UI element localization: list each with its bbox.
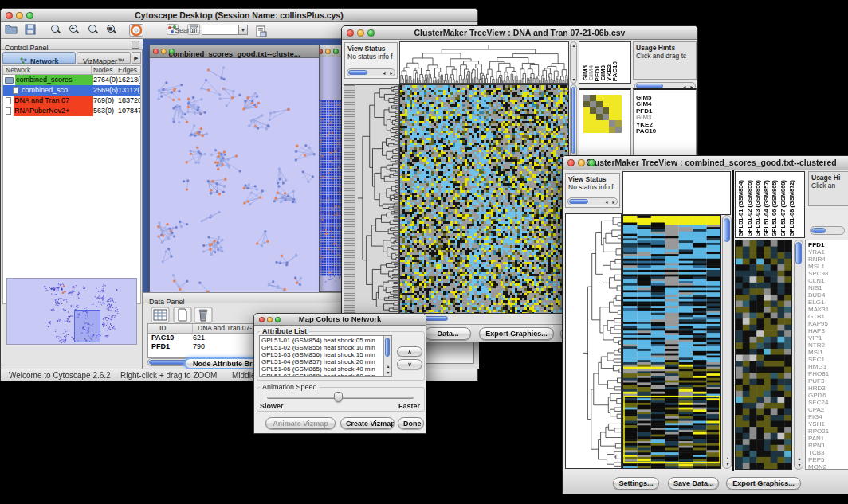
matrix-cell[interactable] [603,114,609,120]
scroll-down-arrow[interactable]: ▾ [724,461,731,467]
overview-viewport-rect[interactable] [74,310,100,342]
network-view-canvas[interactable] [150,58,319,292]
network-table-row[interactable]: combined_scores2764(0)16218(0) [3,75,140,85]
tab-overflow-button[interactable]: ▶ [132,52,141,64]
gene-list-item[interactable]: HMG1 [808,363,848,370]
matrix-cell[interactable] [590,127,596,133]
tv2-vscrollbar[interactable]: ▴ ▾ [722,215,732,469]
matrix-cell[interactable] [596,95,603,101]
network-table-row[interactable]: combined_sco2569(6)13112(15) [3,85,140,96]
column-label[interactable]: GPL51-07 (GSM868) [779,180,788,236]
column-label[interactable]: GPL51-02 (GSM855) [746,180,755,236]
tv2-status-hscrollbar[interactable]: ◂ ▸ [567,197,618,205]
heatmap-canvas[interactable] [623,216,720,468]
matrix-cell[interactable] [615,107,622,114]
scroll-right-arrow[interactable]: ▸ [610,199,617,205]
gene-list-item[interactable]: VIP1 [808,334,848,342]
column-label[interactable]: GPL51-04 (GSM857) [763,180,771,236]
matrix-cell[interactable] [609,101,615,107]
gene-list-item[interactable]: PAC10 [636,128,696,135]
matrix-cell[interactable] [609,107,615,114]
zoom-button[interactable] [275,317,281,322]
gene-list-item[interactable]: HRD3 [808,385,848,392]
zoom-in-icon[interactable]: + [69,24,79,34]
heatmap-canvas[interactable] [400,85,568,313]
tv2-mini-vscrollbar[interactable]: ▴ ▾ [794,240,803,470]
scroll-left-arrow[interactable]: ◂ [381,70,387,76]
matrix-cell[interactable] [583,101,590,107]
matrix-cell[interactable] [603,101,609,107]
network-table-row[interactable]: RNAPuberNov2+563(0)107847(0) [3,106,140,116]
tv1-titlebar[interactable]: ClusterMaker TreeView : DNA and Tran 07-… [342,26,697,40]
gene-list-item[interactable]: FIG4 [808,413,848,420]
zoom-button[interactable] [588,159,595,166]
gene-list-item[interactable]: YRA1 [808,248,848,256]
matrix-cell[interactable] [615,127,622,133]
matrix-cell[interactable] [596,101,603,107]
zoom-one-to-one-icon[interactable] [88,24,98,34]
attribute-list-item[interactable]: GPL51-01 (GSM854) heat shock 05 min [260,337,391,344]
animate-vizmap-button[interactable]: Animate Vizmap [265,417,336,429]
export-graphics-button[interactable]: Export Graphics... [726,477,801,490]
export-graphics-button[interactable]: Export Graphics... [479,327,554,340]
matrix-cell[interactable] [603,120,609,127]
col-header-edges[interactable]: Edges [116,66,140,74]
tab-network[interactable]: Network [2,52,76,64]
scroll-up-arrow[interactable]: ▴ [385,363,391,369]
attribute-list-item[interactable]: GPL51-07 (GSM868) heat shock 60 min [260,373,391,377]
move-up-button[interactable]: ∧ [397,346,422,357]
network-table-row[interactable]: DNA and Tran 07769(0)183728(0) [3,96,140,106]
scroll-thumb[interactable] [385,338,390,357]
attribute-list-item[interactable]: GPL51-06 (GSM865) heat shock 40 min [260,365,391,373]
zoom-out-icon[interactable]: - [50,24,61,34]
minimize-button[interactable] [578,159,585,166]
done-button[interactable]: Done [398,417,424,429]
column-label[interactable]: GPL51-01 (GSM854) [737,180,746,236]
matrix-cell[interactable] [603,95,609,101]
matrix-cell[interactable] [583,120,590,127]
close-button[interactable] [153,49,159,54]
zoom-button[interactable] [367,29,375,37]
minimize-button[interactable] [325,49,331,54]
gene-list-item[interactable]: CPA2 [808,406,848,413]
tv2-usage-hscrollbar[interactable] [810,226,845,235]
matrix-cell[interactable] [609,95,615,101]
main-titlebar[interactable]: Cytoscape Desktop (Session Name: collins… [1,9,477,22]
gene-list-item[interactable]: RNR4 [808,256,848,263]
matrix-cell[interactable] [615,114,622,120]
matrix-cell[interactable] [590,120,596,127]
gene-list-item[interactable]: GTB1 [808,313,848,320]
gene-list-item[interactable]: MSI1 [808,349,848,356]
scroll-thumb[interactable] [795,242,802,264]
column-dendrogram-canvas[interactable] [400,42,568,83]
zoom-button[interactable] [333,49,339,54]
zoom-button[interactable] [26,12,33,19]
attr-col-id[interactable]: ID [148,324,193,333]
gene-list-item[interactable]: ELG1 [808,299,848,306]
matrix-cell[interactable] [596,120,603,127]
gene-list-item[interactable]: NIS1 [808,284,848,291]
gene-list-item[interactable]: PHO81 [808,370,848,377]
gene-list-item[interactable]: RPO21 [808,428,848,435]
minimize-button[interactable] [267,317,273,322]
matrix-cell[interactable] [596,114,603,120]
matrix-cell[interactable] [615,95,622,101]
scroll-down-arrow[interactable]: ▾ [796,462,803,468]
gene-list-item[interactable]: HAP3 [808,327,848,334]
matrix-cell[interactable] [596,127,603,133]
close-button[interactable] [347,29,354,37]
matrix-cell[interactable] [583,127,590,133]
network-overview-canvas[interactable] [7,279,138,346]
matrix-cell[interactable] [590,114,596,120]
matrix-cell[interactable] [583,95,590,101]
zoom-button[interactable] [169,49,175,54]
attribute-list-item[interactable]: GPL51-02 (GSM855) heat shock 10 min [260,344,391,351]
gene-list-item[interactable]: PUF3 [808,377,848,385]
scroll-right-arrow[interactable]: ▸ [388,70,395,76]
gene-list-item[interactable]: RPN1 [808,442,848,449]
tv2-titlebar[interactable]: ClusterMaker TreeView : combined_scores_… [563,156,848,170]
matrix-cell[interactable] [609,127,615,133]
row-dendrogram-canvas[interactable] [566,214,621,468]
move-down-button[interactable]: ∨ [397,359,422,369]
save-data-button[interactable]: Data... [425,327,471,340]
